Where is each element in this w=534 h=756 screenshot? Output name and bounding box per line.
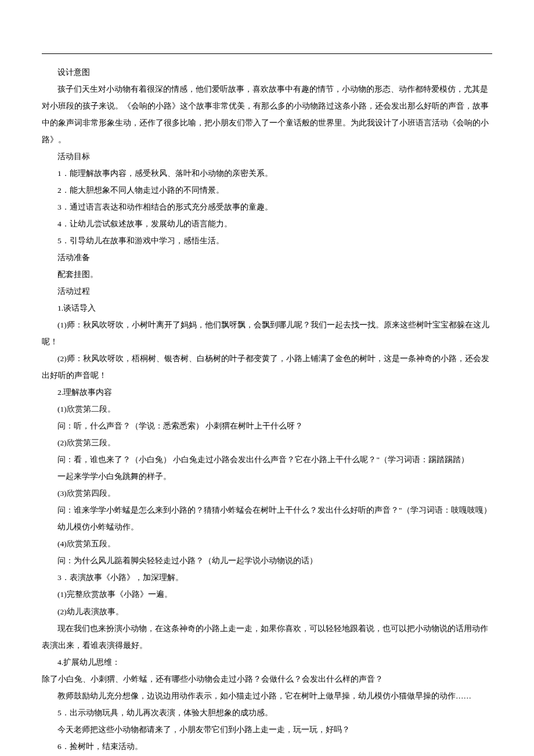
paragraph-line: 一起来学学小白兔跳舞的样子。 [42, 468, 492, 485]
document-content: 设计意图孩子们天生对小动物有着很深的情感，他们爱听故事，喜欢故事中有趣的情节，小… [42, 64, 492, 756]
paragraph-line: 配套挂图。 [42, 266, 492, 283]
paragraph-line: 现在我们也来扮演小动物，在这条神奇的小路上走一走，如果你喜欢，可以轻轻地跟着说，… [42, 620, 492, 654]
paragraph-line: (1)师：秋风吹呀吹，小树叶离开了妈妈，他们飘呀飘，会飘到哪儿呢？我们一起去找一… [42, 316, 492, 350]
paragraph-line: (2)欣赏第三段。 [42, 434, 492, 451]
paragraph-line: 5．出示动物玩具，幼儿再次表演，体验大胆想象的成功感。 [42, 704, 492, 721]
paragraph-line: 2.理解故事内容 [42, 384, 492, 401]
paragraph-line: (4)欣赏第五段。 [42, 535, 492, 552]
paragraph-line: 1.谈话导入 [42, 300, 492, 316]
paragraph-line: 活动目标 [42, 148, 492, 165]
paragraph-line: 除了小白兔、小刺猬、小蚱蜢，还有哪些小动物会走过小路？会做什么？会发出什么样的声… [42, 671, 492, 687]
paragraph-line: 设计意图 [42, 64, 492, 81]
paragraph-line: 2．能大胆想象不同人物走过小路的不同情景。 [42, 182, 492, 199]
paragraph-line: (1)完整欣赏故事《小路》一遍。 [42, 586, 492, 603]
horizontal-rule [42, 53, 492, 54]
paragraph-line: 问：谁来学学小蚱蜢是怎么来到小路的？猜猜小蚱蜢会在树叶上干什么？发出什么好听的声… [42, 502, 492, 519]
paragraph-line: 幼儿模仿小蚱蜢动作。 [42, 519, 492, 535]
paragraph-line: 活动准备 [42, 249, 492, 266]
paragraph-line: 问：为什么风儿踮着脚尖轻轻走过小路？（幼儿一起学说小动物说的话） [42, 552, 492, 569]
paragraph-line: 4.扩展幼儿思维： [42, 654, 492, 671]
paragraph-line: 教师鼓励幼儿充分想像，边说边用动作表示，如小猫走过小路，它在树叶上做早操，幼儿模… [42, 687, 492, 704]
paragraph-line: (1)欣赏第二段。 [42, 401, 492, 417]
paragraph-line: 6．捡树叶，结束活动。 [42, 738, 492, 755]
paragraph-line: 今天老师把这些小动物都请来了，小朋友带它们到小路上走一走，玩一玩，好吗？ [42, 721, 492, 738]
paragraph-line: 5．引导幼儿在故事和游戏中学习，感悟生活。 [42, 232, 492, 249]
paragraph-line: 问：听，什么声音？（学说：悉索悉索） 小刺猬在树叶上干什么呀？ [42, 417, 492, 434]
paragraph-line: (2)幼儿表演故事。 [42, 603, 492, 620]
paragraph-line: 孩子们天生对小动物有着很深的情感，他们爱听故事，喜欢故事中有趣的情节，小动物的形… [42, 81, 492, 148]
paragraph-line: (2)师：秋风吹呀吹，梧桐树、银杏树、白杨树的叶子都变黄了，小路上铺满了金色的树… [42, 350, 492, 384]
paragraph-line: 活动过程 [42, 283, 492, 300]
paragraph-line: 3．表演故事《小路》，加深理解。 [42, 569, 492, 586]
paragraph-line: 1．能理解故事内容，感受秋风、落叶和小动物的亲密关系。 [42, 165, 492, 182]
paragraph-line: 问：看，谁也来了？（小白兔） 小白兔走过小路会发出什么声音？它在小路上干什么呢？… [42, 451, 492, 468]
paragraph-line: 3．通过语言表达和动作相结合的形式充分感受故事的童趣。 [42, 199, 492, 215]
paragraph-line: 4．让幼儿尝试叙述故事，发展幼儿的语言能力。 [42, 215, 492, 232]
paragraph-line: (3)欣赏第四段。 [42, 485, 492, 502]
